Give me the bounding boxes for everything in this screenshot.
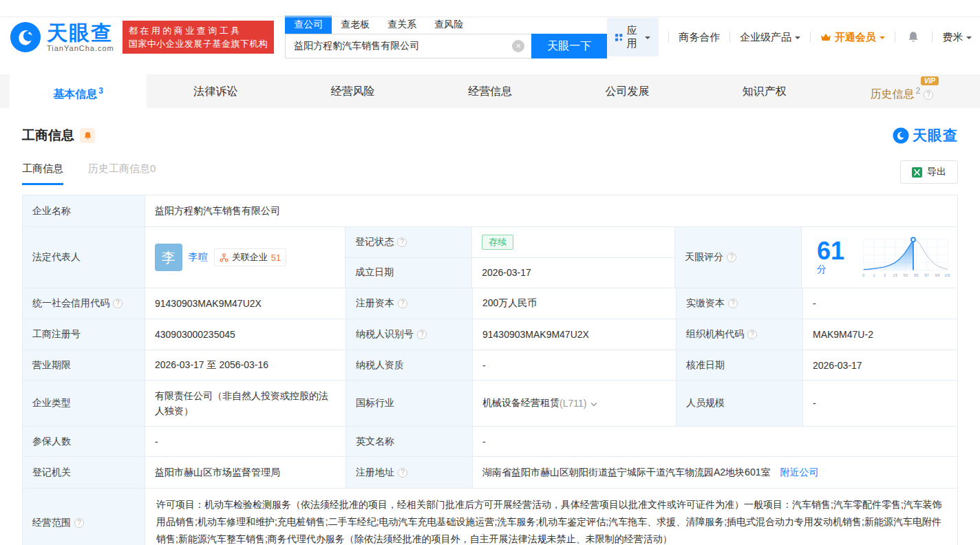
divider (729, 32, 730, 43)
help-icon[interactable]: ? (398, 468, 407, 478)
search-tab-company[interactable]: 查公司 (285, 16, 332, 34)
divider (668, 32, 669, 43)
legal-rep-link[interactable]: 李暄 (189, 251, 208, 264)
subtab-history-business-info[interactable]: 历史工商信息0 (88, 162, 156, 185)
basic-info-section: 工商信息 天眼查 工商信息 历史工商信息0 (0, 126, 980, 545)
reg-authority-label: 登记机关 (23, 457, 145, 488)
establish-date-label: 成立日期 (345, 258, 472, 288)
chevron-down-icon (880, 36, 885, 42)
nearby-companies-link[interactable]: 附近公司 (780, 467, 818, 479)
company-type-value: 有限责任公司（非自然人投资或控股的法人独资） (145, 381, 346, 426)
help-icon[interactable]: ? (113, 299, 122, 308)
reg-number-label: 工商注册号 (23, 319, 145, 350)
search-button[interactable]: 天眼一下 (531, 34, 607, 58)
insured-label: 参保人数 (23, 427, 145, 456)
english-name-label: 英文名称 (346, 427, 473, 456)
user-menu[interactable]: 费米 (942, 31, 972, 44)
score-value: 61分 (817, 239, 851, 276)
tab-intellectual-property[interactable]: 知识产权 (696, 74, 833, 108)
table-row: 参保人数 - 英文名称 - (23, 427, 957, 457)
svg-text:1: 1 (873, 273, 875, 277)
paid-capital-value: - (803, 288, 957, 319)
svg-text:0: 0 (862, 273, 865, 277)
taxpayer-id-value: 91430903MAK9M47U2X (473, 319, 677, 350)
help-icon[interactable]: ? (74, 518, 84, 528)
paid-capital-label: 实缴资本? (677, 288, 803, 319)
table-row: 登记机关 益阳市赫山区市场监督管理局 注册地址? 湖南省益阳市赫山区朝阳街道益宁… (23, 457, 957, 489)
chevron-down-icon[interactable] (590, 398, 597, 409)
nav-open-vip[interactable]: 开通会员 (820, 31, 885, 44)
reg-authority-value: 益阳市赫山区市场监督管理局 (145, 457, 346, 488)
uscc-value: 91430903MAK9M47U2X (145, 288, 346, 319)
tianyan-score-cell: 61分 0131550659799100 (802, 227, 957, 288)
help-icon[interactable]: ? (417, 330, 427, 339)
tab-legal-litigation[interactable]: 法律诉讼 (147, 74, 284, 108)
company-name-label: 企业名称 (23, 195, 145, 226)
company-type-label: 企业类型 (23, 381, 145, 426)
tianyancha-company-page: 天眼查 TianYanCha.com 都在用的商业查询工具 国家中小企业发展子基… (0, 8, 980, 545)
org-code-value: MAK9M47U-2 (803, 319, 957, 350)
help-icon[interactable]: ? (728, 299, 738, 308)
legal-rep-cell: 李 李暄 关联企业 51 (145, 227, 345, 288)
tianyancha-swirl-icon (893, 127, 909, 144)
status-badge: 存续 (482, 235, 513, 250)
apps-menu-button[interactable]: 应用 (607, 18, 659, 56)
address-label: 注册地址? (346, 457, 473, 488)
business-info-table: 企业名称 益阳方程豹汽车销售有限公司 法定代表人 李 李暄 (22, 195, 958, 545)
related-companies-badge[interactable]: 关联企业 51 (214, 248, 286, 266)
nav-enterprise-products[interactable]: 企业级产品 (740, 31, 800, 44)
industry-label: 国标行业 (346, 381, 473, 426)
search-tab-boss[interactable]: 查老板 (332, 16, 379, 34)
address-value: 湖南省益阳市赫山区朝阳街道益宁城际干道汽车物流园A2地块601室 附近公司 (473, 457, 957, 488)
help-icon[interactable]: ? (924, 90, 933, 100)
subscribe-button[interactable] (80, 128, 95, 143)
promo-line1: 都在用的商业查询工具 (129, 24, 268, 37)
tab-operation-info[interactable]: 经营信息 (421, 74, 558, 108)
logo-domain: TianYanCha.com (47, 44, 114, 52)
tab-history-info[interactable]: VIP 历史信息2? (833, 74, 970, 108)
help-icon[interactable]: ? (398, 299, 407, 308)
tianyancha-logo[interactable]: 天眼查 TianYanCha.com (10, 21, 114, 53)
help-icon[interactable]: ? (747, 330, 757, 339)
taxpayer-quality-value: - (473, 350, 677, 380)
tianyan-score-chart: 0131550659799100 (861, 233, 950, 282)
establish-date-value: 2026-03-17 (472, 258, 674, 288)
header-nav: 应用 商务合作 企业级产品 开通会员 (607, 18, 972, 56)
avatar[interactable]: 李 (155, 244, 182, 271)
svg-text:15: 15 (893, 273, 897, 277)
export-button[interactable]: 导出 (900, 160, 958, 184)
vip-badge: VIP (921, 76, 939, 85)
tab-operation-risk[interactable]: 经营风险 (284, 74, 421, 108)
chevron-down-icon (645, 36, 650, 42)
svg-text:100: 100 (944, 273, 950, 277)
help-icon[interactable]: ? (397, 237, 407, 247)
tab-basic-info[interactable]: 基本信息3 (10, 74, 147, 108)
search-tab-risk[interactable]: 查风险 (425, 16, 472, 34)
nav-business-cooperation[interactable]: 商务合作 (679, 31, 720, 44)
tianyancha-watermark: 天眼查 (893, 126, 958, 145)
tianyancha-swirl-icon (10, 21, 41, 53)
table-row: 统一社会信用代码? 91430903MAK9M47U2X 注册资本? 200万人… (23, 288, 957, 319)
table-row: 经营范围? 许可项目：机动车检验检测服务（依法须经批准的项目，经相关部门批准后方… (23, 489, 957, 545)
approval-date-label: 核准日期 (677, 350, 803, 380)
notifications-button[interactable] (907, 31, 919, 43)
english-name-value: - (473, 427, 957, 456)
section-title: 工商信息 (22, 127, 74, 145)
staff-size-label: 人员规模 (677, 381, 803, 426)
taxpayer-id-label: 纳税人识别号? (346, 319, 473, 350)
promo-line2: 国家中小企业发展子基金旗下机构 (129, 37, 268, 50)
company-search-input[interactable] (285, 34, 531, 58)
divider (895, 32, 895, 43)
legal-rep-label: 法定代表人 (23, 227, 145, 288)
reg-status-value: 存续 (472, 227, 674, 257)
business-scope-value: 许可项目：机动车检验检测服务（依法须经批准的项目，经相关部门批准后方可开展经营活… (145, 489, 957, 545)
divider (932, 32, 933, 43)
apps-grid-icon (615, 32, 622, 43)
subtab-business-info[interactable]: 工商信息 (22, 162, 63, 185)
search-tab-relation[interactable]: 查关系 (379, 16, 425, 34)
divider (810, 32, 811, 43)
org-code-label: 组织机构代码? (677, 319, 803, 350)
help-icon[interactable]: ? (727, 253, 736, 262)
company-name-value: 益阳方程豹汽车销售有限公司 (145, 195, 957, 226)
tab-company-development[interactable]: 公司发展 (559, 74, 696, 108)
